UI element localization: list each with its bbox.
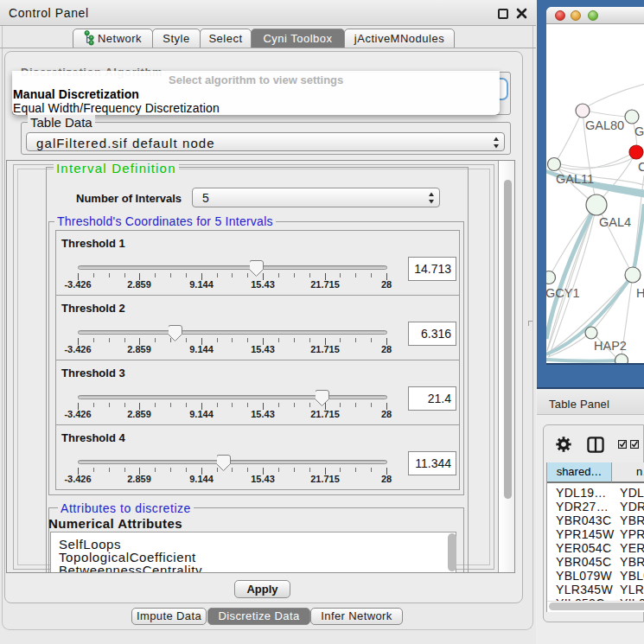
svg-text:H: H: [636, 286, 644, 300]
svg-text:GCY1: GCY1: [546, 286, 580, 300]
svg-text:GAL: GAL: [634, 124, 644, 138]
svg-text:GAL11: GAL11: [556, 172, 594, 186]
svg-text:GAL4: GAL4: [599, 215, 631, 229]
svg-text:GAL80: GAL80: [585, 118, 624, 132]
svg-text:HAP2: HAP2: [594, 339, 627, 353]
svg-text:CD: CD: [638, 160, 644, 174]
